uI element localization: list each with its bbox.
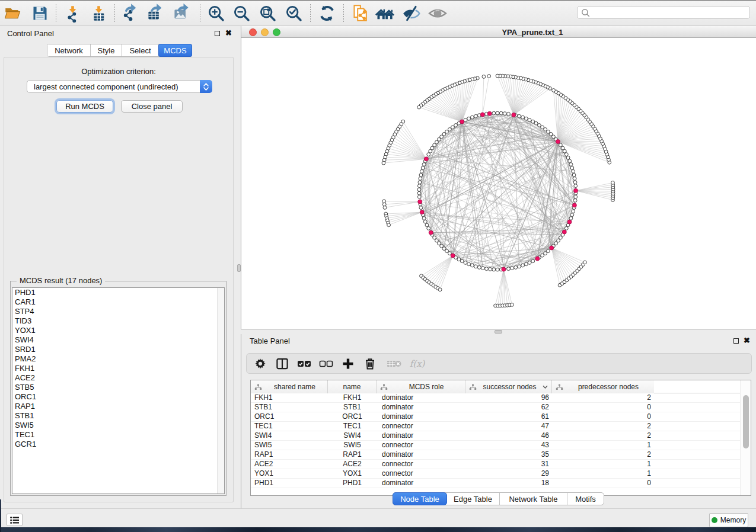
tab-node-table[interactable]: Node Table	[393, 492, 447, 505]
column-header-predecessor-nodes[interactable]: predecessor nodes	[552, 380, 654, 393]
mcds-result-item[interactable]: SRD1	[12, 345, 224, 354]
network-canvas[interactable]	[241, 38, 756, 329]
close-table-panel-icon[interactable]: ✖	[744, 338, 750, 343]
mcds-result-item[interactable]: STB1	[12, 411, 224, 421]
refresh-layout-icon[interactable]	[318, 5, 336, 21]
float-table-panel-icon[interactable]	[733, 338, 739, 344]
mcds-result-item[interactable]: YOX1	[12, 326, 224, 335]
zoom-in-icon[interactable]	[207, 5, 225, 21]
mcds-result-item[interactable]: FKH1	[12, 364, 224, 373]
function-builder-icon: f(x)	[409, 355, 426, 372]
table-row[interactable]: YOX1YOX1connector291	[251, 469, 741, 479]
search-box[interactable]	[577, 6, 750, 19]
network-window-titlebar[interactable]: YPA_prune.txt_1	[241, 26, 756, 38]
tab-edge-table[interactable]: Edge Table	[446, 493, 500, 505]
mcds-result-item[interactable]: STB5	[12, 383, 224, 392]
import-network-icon[interactable]	[63, 5, 81, 21]
open-file-icon[interactable]	[4, 5, 22, 21]
mcds-result-item[interactable]: RAP1	[12, 402, 224, 411]
table-cell: dominator	[377, 412, 465, 421]
table-row[interactable]: RAP1RAP1dominator352	[251, 450, 741, 460]
home-icon[interactable]	[376, 5, 394, 21]
table-cell: connector	[377, 422, 465, 431]
delete-column-icon[interactable]	[361, 355, 379, 372]
export-network-icon[interactable]	[122, 5, 139, 21]
table-header-row: shared namenameMCDS rolesuccessor nodesp…	[251, 380, 741, 393]
node-table: shared namenameMCDS rolesuccessor nodesp…	[250, 380, 751, 496]
deselect-all-icon[interactable]	[317, 355, 335, 372]
tab-style[interactable]: Style	[91, 44, 122, 56]
export-table-icon[interactable]	[146, 5, 164, 21]
search-input[interactable]	[590, 7, 749, 18]
table-panel: Table Panel ✖ f(x) shared namenameMCDS r…	[241, 334, 756, 508]
table-cell: ORC1	[328, 412, 377, 421]
mcds-result-item[interactable]: ORC1	[12, 392, 224, 402]
tab-motifs[interactable]: Motifs	[567, 493, 604, 505]
close-panel-icon[interactable]: ✖	[225, 30, 232, 36]
tab-mcds[interactable]: MCDS	[158, 44, 192, 57]
table-cell: PHD1	[328, 479, 377, 488]
table-cell: 18	[465, 479, 552, 488]
table-row[interactable]: STB1STB1dominator620	[251, 403, 741, 412]
column-settings-icon[interactable]	[251, 355, 269, 372]
zoom-fit-icon[interactable]	[259, 5, 276, 21]
zoom-selected-icon[interactable]	[285, 5, 302, 21]
import-table-icon[interactable]	[90, 5, 107, 21]
mcds-result-item[interactable]: PMA2	[12, 354, 224, 364]
mcds-result-item[interactable]: ACE2	[12, 373, 224, 383]
tab-network-table[interactable]: Network Table	[500, 493, 567, 505]
table-cell: SWI4	[328, 431, 377, 440]
save-session-icon[interactable]	[31, 5, 49, 21]
horizontal-splitter-handle[interactable]	[495, 330, 502, 334]
export-image-icon[interactable]	[173, 5, 190, 21]
column-type-icon	[469, 384, 477, 390]
optimization-criterion-select[interactable]: largest connected component (undirected)	[27, 80, 212, 93]
column-header-successor-nodes[interactable]: successor nodes	[465, 380, 552, 393]
mcds-result-item[interactable]: GCR1	[12, 440, 224, 449]
table-row[interactable]: SWI4SWI4dominator462	[251, 431, 741, 441]
mcds-result-item[interactable]: TID3	[12, 316, 224, 326]
mcds-result-list[interactable]: PHD1CAR1STP4TID3YOX1SWI4SRD1PMA2FKH1ACE2…	[12, 287, 225, 494]
zoom-out-icon[interactable]	[232, 5, 250, 21]
table-row[interactable]: FKH1FKH1dominator962	[251, 393, 741, 403]
split-columns-icon[interactable]	[273, 355, 291, 372]
table-row[interactable]: TEC1TEC1connector472	[251, 422, 741, 431]
mcds-result-item[interactable]: PHD1	[12, 288, 224, 297]
mcds-list-scrollbar[interactable]	[217, 288, 224, 493]
show-eye-icon[interactable]	[429, 5, 446, 21]
run-mcds-button[interactable]: Run MCDS	[56, 100, 113, 113]
network-documents-icon[interactable]	[352, 5, 370, 21]
mcds-result-item[interactable]: SWI4	[12, 335, 224, 345]
mcds-result-item[interactable]: CAR1	[12, 297, 224, 307]
mcds-result-item[interactable]: SWI5	[12, 421, 224, 430]
column-header-MCDS-role[interactable]: MCDS role	[377, 380, 465, 393]
mcds-result-item[interactable]: TEC1	[12, 430, 224, 440]
table-cell: YOX1	[251, 469, 328, 478]
table-cell: dominator	[377, 431, 465, 440]
add-column-icon[interactable]	[339, 355, 357, 372]
table-cell: TEC1	[328, 422, 377, 431]
tab-network[interactable]: Network	[47, 44, 91, 56]
float-panel-icon[interactable]	[215, 31, 220, 36]
hide-eye-icon[interactable]	[402, 5, 420, 21]
table-cell: FKH1	[251, 393, 328, 402]
memory-button[interactable]: Memory	[709, 513, 748, 527]
status-bar: Memory	[0, 508, 756, 527]
delete-table-icon	[385, 355, 403, 372]
table-cell: ACE2	[328, 460, 377, 469]
tab-select[interactable]: Select	[122, 44, 159, 56]
table-row[interactable]: ORC1ORC1dominator610	[251, 412, 741, 422]
column-header-name[interactable]: name	[328, 380, 377, 393]
table-row[interactable]: ACE2ACE2connector311	[251, 460, 741, 469]
table-row[interactable]: PHD1PHD1dominator180	[251, 479, 741, 488]
mcds-result-item[interactable]: STP4	[12, 307, 224, 316]
table-scrollbar[interactable]	[740, 380, 751, 495]
close-panel-button[interactable]: Close panel	[121, 100, 183, 113]
table-row[interactable]: SWI5SWI5connector431	[251, 441, 741, 450]
network-graph[interactable]	[241, 38, 756, 329]
table-scrollbar-thumb[interactable]	[743, 395, 749, 448]
column-header-shared-name[interactable]: shared name	[251, 380, 328, 393]
show-panels-button[interactable]	[7, 514, 23, 526]
table-cell: 29	[465, 469, 552, 478]
select-all-check-icon[interactable]	[295, 355, 313, 372]
